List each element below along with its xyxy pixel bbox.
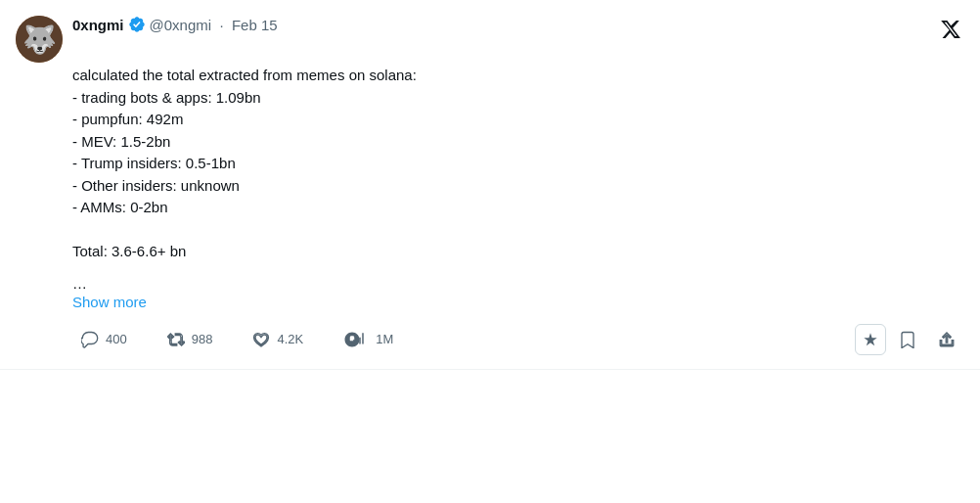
retweet-action[interactable]: 988	[158, 326, 221, 353]
views-action[interactable]: 1M	[334, 326, 401, 353]
ellipsis-text: …	[72, 275, 964, 292]
user-info-row: 0xngmi @0xngmi · Feb 15	[72, 16, 278, 33]
verified-badge-icon	[128, 16, 146, 33]
retweet-count: 988	[192, 332, 213, 346]
like-icon	[251, 330, 271, 349]
display-name[interactable]: 0xngmi	[72, 17, 124, 33]
tweet-actions: 400 988 4.2K	[72, 322, 964, 357]
reply-action[interactable]: 400	[72, 326, 135, 353]
retweet-icon	[166, 330, 186, 349]
tweet-card: 🐺 0xngmi @0xngmi · Feb 15	[0, 0, 980, 370]
tweet-header: 🐺 0xngmi @0xngmi · Feb 15	[16, 16, 964, 63]
like-action[interactable]: 4.2K	[244, 326, 311, 353]
like-count: 4.2K	[277, 332, 303, 346]
bar-chart-icon	[350, 330, 370, 349]
action-right-group	[855, 322, 964, 357]
grok-button[interactable]	[855, 324, 886, 355]
username-date: @0xngmi · Feb 15	[150, 17, 278, 33]
bookmark-button[interactable]	[890, 322, 925, 357]
reply-count: 400	[106, 332, 127, 346]
tweet-body: calculated the total extracted from meme…	[72, 65, 964, 310]
avatar-image: 🐺	[16, 16, 63, 63]
share-button[interactable]	[929, 322, 964, 357]
tweet-header-left: 🐺 0xngmi @0xngmi · Feb 15	[16, 16, 278, 63]
show-more-button[interactable]: Show more	[72, 294, 964, 310]
tweet-text: calculated the total extracted from meme…	[72, 65, 964, 263]
user-info: 0xngmi @0xngmi · Feb 15	[72, 16, 278, 33]
reply-icon	[80, 330, 100, 349]
avatar[interactable]: 🐺	[16, 16, 63, 63]
x-logo-icon[interactable]	[937, 16, 964, 43]
views-count: 1M	[376, 332, 393, 346]
